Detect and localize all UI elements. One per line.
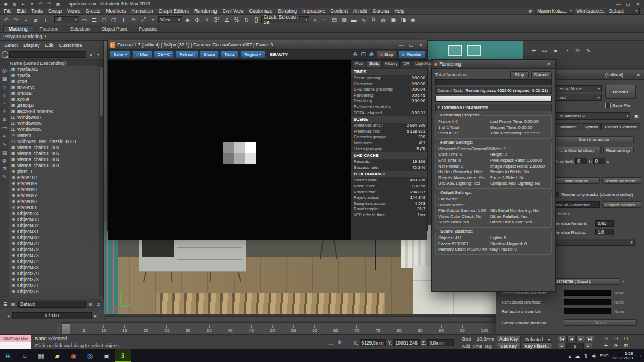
language-indicator[interactable]: РУС [600, 353, 609, 358]
vfb-tab[interactable]: Stats [367, 60, 381, 67]
scene-object-row[interactable]: ◆ Object478 [9, 246, 99, 252]
coordinate-field[interactable]: 0,0mm [427, 339, 454, 346]
material-editor-icon[interactable]: ◍ [379, 16, 388, 24]
circle-icon[interactable]: ● [551, 46, 560, 55]
user-account-dropdown[interactable]: Maxim Kobz...▾ [535, 8, 574, 15]
explorer-menu-item[interactable]: Customize [57, 43, 85, 48]
menu-item[interactable]: Tools [28, 8, 45, 14]
scene-object-row[interactable]: ◆ Plane001 [9, 204, 99, 210]
scene-object-row[interactable]: ◆ Object524 [9, 210, 99, 216]
close-button[interactable]: ✕ [634, 1, 642, 7]
denoise-mode-dropdown[interactable]: ▾ [554, 239, 635, 246]
menu-item[interactable]: Modifiers [103, 8, 129, 14]
override-value[interactable]: None [614, 300, 624, 305]
vfb-render-button[interactable]: ▶Render [398, 51, 425, 58]
filter-shapes-icon[interactable]: ◇ [1, 84, 8, 90]
timeline-tick[interactable]: 30 [186, 325, 190, 333]
scene-object-row[interactable]: ◆ Plane099 [9, 180, 99, 186]
render-setup-tab[interactable]: System [581, 123, 601, 130]
erase-button[interactable]: Erase [200, 51, 219, 58]
set-key-button[interactable]: Set Key [497, 343, 521, 349]
scene-object-row[interactable]: ▣ дверцы [9, 102, 99, 108]
resume-from-file-button[interactable]: ...sume from file... [554, 177, 600, 184]
current-frame-field[interactable]: 0 [566, 343, 584, 349]
vfb-stop-button[interactable]: ■Stop [377, 51, 397, 58]
layer-list-icon[interactable]: ▦ [10, 300, 17, 308]
network-icon[interactable]: ⇅ [584, 353, 588, 359]
layer-explorer-toggle-icon[interactable]: ▦ [339, 16, 349, 24]
timeline-tick[interactable]: 55 [291, 325, 296, 333]
zoom-icon[interactable]: ⊕ [601, 335, 611, 342]
workspace-dropdown[interactable]: Default▾ [607, 8, 640, 15]
scene-object-row[interactable]: ▣ кухня [9, 96, 99, 102]
render-masks-checkbox[interactable]: Render only masks (disable shading) [554, 192, 641, 197]
refresh-button[interactable]: Refresh [175, 51, 198, 58]
scene-object-row[interactable]: ◆ Object379 [9, 270, 99, 276]
notification-center-icon[interactable]: ▭ [636, 353, 641, 358]
toggle-grid-icon[interactable]: ⊞ [87, 300, 94, 308]
material-library-button[interactable]: ...re Material Library [554, 147, 601, 153]
scene-object-row[interactable]: ▣ vienna_chair01_004 [9, 156, 99, 162]
timeline-tick[interactable]: 15 [122, 325, 127, 333]
select-and-rotate-icon[interactable]: ⟳ [129, 16, 138, 24]
filter-groups-icon[interactable]: ▭ [1, 124, 8, 131]
render-setup-icon[interactable]: ▣ [389, 16, 398, 24]
menu-item[interactable]: Edit [15, 8, 29, 14]
snaps-toggle-icon[interactable]: 3° [212, 16, 222, 24]
curve-editor-icon[interactable]: ∿ [359, 16, 368, 24]
redo-icon[interactable]: ↷ [11, 16, 21, 24]
timeline-tick[interactable]: 90 [439, 325, 444, 333]
key-selection-dropdown[interactable]: Selected▾ [523, 336, 552, 343]
timeline-tick[interactable]: 10 [101, 325, 106, 333]
track-bar[interactable] [104, 314, 496, 323]
play-animation-button[interactable]: ▶ [576, 336, 585, 342]
chevron-down-icon[interactable]: ▾ [45, 34, 47, 39]
scene-object-row[interactable]: ▣ верхний плинтус [9, 108, 99, 114]
region-button[interactable]: Region ▾ [240, 51, 265, 58]
render-target-dropdown[interactable]: ...ted▾ [554, 94, 602, 101]
open-file-icon[interactable]: ▸ [20, 1, 27, 7]
angle-snap-icon[interactable]: ∠ [222, 16, 231, 24]
stop-button[interactable]: Stop [510, 71, 529, 78]
select-and-scale-icon[interactable]: ⤢ [139, 16, 148, 24]
close-icon[interactable]: ✕ [634, 72, 642, 78]
timeline-tick[interactable]: 25 [164, 325, 169, 333]
maxscript-mini-listener[interactable]: MAXScript Mini [0, 335, 31, 350]
select-object-icon[interactable]: ▭ [80, 16, 89, 24]
scene-object-row[interactable]: ▣ vienna_chair01_005 [9, 150, 99, 156]
close-icon[interactable]: ✕ [417, 41, 425, 48]
scene-object-row[interactable]: ◆ Plane098 [9, 186, 99, 192]
override-color-swatch[interactable] [564, 308, 611, 314]
spin-left-icon[interactable]: ◂ [5, 312, 11, 320]
scene-object-row[interactable]: ◆ Object378 [9, 276, 99, 282]
rectangular-selection-region-icon[interactable]: ▢ [99, 16, 109, 24]
window-crossing-toggle-icon[interactable]: ◫ [109, 16, 118, 24]
taskbar-clock[interactable]: 1:58 27.12.2023 [612, 352, 633, 360]
scene-object-row[interactable]: ◆ plant_1 [9, 168, 99, 174]
time-slider-ruler[interactable]: 0510152025303540455055606570758085909510… [58, 322, 494, 334]
maximize-icon[interactable]: ▢ [407, 41, 415, 48]
menu-item[interactable]: Group [45, 8, 64, 14]
menu-item[interactable]: Customize [246, 8, 275, 14]
keyboard-shortcut-override-icon[interactable]: ⌗ [202, 16, 212, 24]
common-parameters-rollout[interactable]: ▾ Common Parameters [435, 104, 552, 111]
tray-caret-icon[interactable]: ▴ [569, 353, 571, 359]
bind-to-space-warp-icon[interactable]: ≀ [41, 16, 50, 24]
timeline-tick[interactable]: 85 [418, 325, 423, 333]
filter-space-warps-icon[interactable]: ≋ [1, 116, 8, 123]
explorer-search-input[interactable] [9, 51, 86, 58]
ribbon-tab[interactable]: Object Paint [96, 25, 132, 32]
filter-frozen-icon[interactable]: ✎ [1, 174, 8, 180]
spinner-snap-icon[interactable]: ⇅ [242, 16, 251, 24]
pen-icon[interactable]: ✎ [584, 46, 593, 55]
align-icon[interactable]: ≡ [320, 16, 329, 24]
timeline-tick[interactable]: 35 [207, 325, 212, 333]
menu-item[interactable]: Create [83, 8, 103, 14]
filter-xrefs-icon[interactable]: ⌖ [1, 133, 8, 139]
layer-menu-icon[interactable]: ☰ [2, 300, 9, 308]
scene-object-row[interactable]: ◆ Object482 [9, 222, 99, 228]
menu-item[interactable]: Views [64, 8, 83, 14]
go-to-start-button[interactable]: |◀ [558, 336, 567, 342]
resume-last-render-button[interactable]: Resume last render... [602, 177, 641, 184]
scene-object-row[interactable]: ▣ vienna_chair01_003 [9, 162, 99, 168]
